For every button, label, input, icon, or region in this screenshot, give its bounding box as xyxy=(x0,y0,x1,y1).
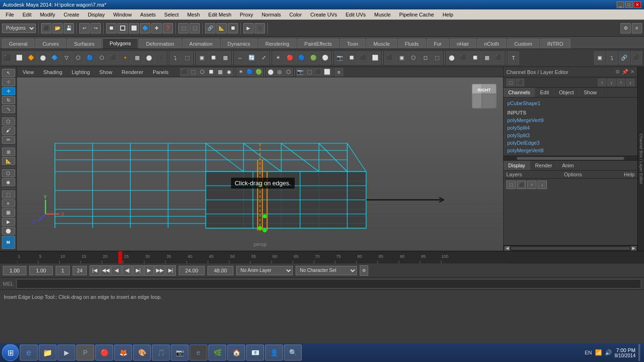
shelf-anim-2[interactable]: ▣ xyxy=(396,51,407,65)
tab-deformation[interactable]: Deformation xyxy=(139,39,182,49)
taskbar-home[interactable]: 🏠 xyxy=(227,345,245,361)
toolbar-render-1[interactable]: ▶ xyxy=(243,23,254,33)
toolbar-icon-8[interactable]: ⬜ xyxy=(129,23,139,33)
shelf-misc-4[interactable]: ▦ xyxy=(481,51,493,65)
panel-settings-2[interactable]: ⬛ xyxy=(516,79,524,86)
shelf-icon-12[interactable]: ▦ xyxy=(132,51,143,65)
tab-polygons[interactable]: Polygons xyxy=(102,38,138,49)
panel-icon-4[interactable]: ↓ xyxy=(626,79,635,86)
menu-select[interactable]: Select xyxy=(160,11,182,18)
help-label[interactable]: Help xyxy=(624,172,635,177)
rotate-tool[interactable]: ↻ xyxy=(2,96,15,104)
options-label[interactable]: Options xyxy=(564,172,582,177)
vp-icon-15[interactable]: ⬛ xyxy=(314,68,322,76)
layer-icon-4[interactable]: ↓ xyxy=(537,181,547,189)
menu-pipeline-cache[interactable]: Pipeline Cache xyxy=(396,11,438,18)
toolbar-icon-3[interactable]: 💾 xyxy=(64,23,74,33)
right-panel-close[interactable]: ⚙ xyxy=(615,69,620,75)
object-name[interactable]: pCubeShape1 xyxy=(505,99,636,107)
menu-window[interactable]: Window xyxy=(109,11,135,18)
shelf-select-1[interactable]: ▣ xyxy=(196,51,207,65)
menu-modify[interactable]: Modify xyxy=(36,11,59,18)
tab-fluids[interactable]: Fluids xyxy=(398,39,426,49)
tab-curves[interactable]: Curves xyxy=(35,39,66,49)
shelf-move-2[interactable]: 🔄 xyxy=(246,51,257,65)
shelf-icon-7[interactable]: ⬡ xyxy=(73,51,84,65)
render-btn[interactable]: ▶ xyxy=(2,218,15,226)
toolbar-render-2[interactable]: 🎥 xyxy=(255,23,265,33)
panel-settings-1[interactable]: ⬚ xyxy=(506,79,515,86)
layer-tool[interactable]: ▦ xyxy=(2,208,15,216)
vp-icon-10[interactable]: ⬤ xyxy=(266,68,275,76)
menu-edit-uvs[interactable]: Edit UVs xyxy=(342,11,370,18)
tab-rendering[interactable]: Rendering xyxy=(258,39,297,49)
toolbar-icon-11[interactable]: ❓ xyxy=(163,23,173,33)
shelf-icon-1[interactable]: ⬛ xyxy=(2,51,13,65)
shelf-icon-14[interactable]: ◾ xyxy=(155,51,166,65)
taskbar-explorer[interactable]: 📁 xyxy=(39,345,57,361)
viewport-canvas[interactable]: X Y Z Click-drag on edges. persp xyxy=(17,77,503,251)
lang-indicator[interactable]: EN xyxy=(585,350,592,355)
menu-normals[interactable]: Normals xyxy=(258,11,285,18)
vp-icon-17[interactable]: ≡ xyxy=(335,68,343,76)
timeline-ruler[interactable]: 1 5 10 15 20 25 30 35 40 45 50 xyxy=(17,251,510,263)
vp-icon-5[interactable]: ▦ xyxy=(216,68,224,76)
menu-color[interactable]: Color xyxy=(286,11,305,18)
shelf-misc-5[interactable]: ⬛ xyxy=(493,51,504,65)
clock[interactable]: 7:00 PM 8/10/2014 xyxy=(615,347,636,358)
lasso-tool[interactable]: ⬡ xyxy=(2,117,15,125)
shelf-anim-1[interactable]: ⬛ xyxy=(384,51,396,65)
tab-show[interactable]: Show xyxy=(579,88,602,97)
menu-file[interactable]: File xyxy=(2,11,18,18)
layer-icon-2[interactable]: ⬛ xyxy=(517,181,526,189)
menu-edit-mesh[interactable]: Edit Mesh xyxy=(205,11,235,18)
toolbar-icon-13[interactable]: ⬚ xyxy=(190,23,200,33)
tab-toon[interactable]: Toon xyxy=(340,39,365,49)
menu-help[interactable]: Help xyxy=(439,11,457,18)
btn-skip-fwd[interactable]: ▶| xyxy=(165,265,176,276)
btn-play[interactable]: ▶ xyxy=(144,265,154,276)
viewport[interactable]: View Shading Lighting Show Renderer Pane… xyxy=(17,67,503,251)
toolbar-icon-1[interactable]: ⬛ xyxy=(41,23,51,33)
close-button[interactable]: ✕ xyxy=(634,1,641,8)
toolbar-icon-2[interactable]: 📂 xyxy=(52,23,63,33)
taskbar-photo[interactable]: 📷 xyxy=(171,345,189,361)
character-set-select[interactable]: No Character Set xyxy=(296,266,357,275)
btn-skip-back[interactable]: |◀ xyxy=(90,265,100,276)
shelf-icon-5[interactable]: 🔷 xyxy=(49,51,60,65)
taskbar-media[interactable]: ▶ xyxy=(58,345,75,361)
tab-anim[interactable]: Anim xyxy=(557,161,579,170)
btn-back-end[interactable]: ◀| xyxy=(122,265,132,276)
taskbar-music[interactable]: 🎵 xyxy=(152,345,170,361)
shelf-light-2[interactable]: 🔴 xyxy=(284,51,296,65)
tab-ncloth[interactable]: nCloth xyxy=(477,39,506,49)
taskbar-eg[interactable]: e xyxy=(190,345,207,361)
menu-edit[interactable]: Edit xyxy=(19,11,35,18)
shelf-misc-3[interactable]: 🔲 xyxy=(470,51,481,65)
shelf-icon-13[interactable]: ⬤ xyxy=(143,51,155,65)
vp-icon-8[interactable]: 🔵 xyxy=(246,68,254,76)
shelf-anim-4[interactable]: ◻ xyxy=(420,51,431,65)
shelf-icon-3[interactable]: 🔶 xyxy=(25,51,37,65)
shelf-light-5[interactable]: ⚪ xyxy=(320,51,331,65)
vp-icon-3[interactable]: ⬡ xyxy=(198,68,206,76)
toolbar-icon-10[interactable]: ✚ xyxy=(151,23,162,33)
sculpt-tool[interactable]: ✏ xyxy=(2,136,15,144)
toolbar-snap-1[interactable]: 🔗 xyxy=(205,23,215,33)
tab-fur[interactable]: Fur xyxy=(427,39,449,49)
layer-icon-3[interactable]: ↑ xyxy=(527,181,537,189)
toolbar-snap-2[interactable]: 📐 xyxy=(216,23,227,33)
shelf-icon-15[interactable]: ⤵ xyxy=(170,51,181,65)
vp-icon-4[interactable]: 🔲 xyxy=(207,68,215,76)
taskbar-mail[interactable]: 📧 xyxy=(246,345,264,361)
vp-icon-13[interactable]: 📷 xyxy=(296,68,305,76)
scale-tool[interactable]: ⤡ xyxy=(2,105,15,113)
taskbar-search[interactable]: 🔍 xyxy=(284,345,302,361)
shelf-settings-3[interactable]: 🔗 xyxy=(619,51,630,65)
scroll-left-btn[interactable]: ◀ xyxy=(504,246,510,251)
tab-muscle[interactable]: Muscle xyxy=(366,39,397,49)
vp-menu-show[interactable]: Show xyxy=(98,68,115,76)
shelf-settings-1[interactable]: ▣ xyxy=(594,51,605,65)
current-value-1[interactable] xyxy=(29,266,53,275)
shelf-misc-1[interactable]: ⬤ xyxy=(446,51,457,65)
